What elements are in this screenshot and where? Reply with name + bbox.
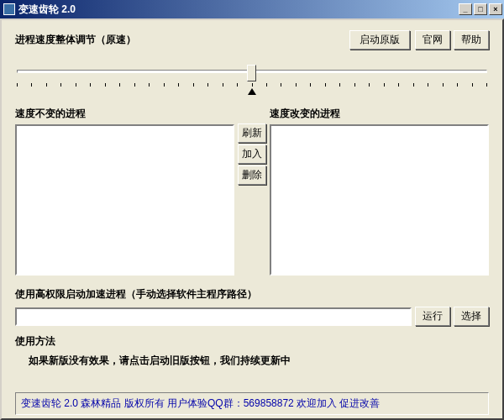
slider-ticks	[17, 83, 487, 87]
help-button[interactable]: 帮助	[454, 30, 489, 50]
unchanged-list-label: 速度不变的进程	[15, 107, 234, 121]
changed-process-list[interactable]	[270, 124, 489, 276]
minimize-button[interactable]: _	[459, 3, 472, 15]
usage-title: 使用方法	[15, 334, 489, 349]
changed-list-label: 速度改变的进程	[270, 107, 489, 121]
slider-thumb[interactable]	[247, 65, 256, 81]
status-footer: 变速齿轮 2.0 森林精品 版权所有 用户体验QQ群：569858872 欢迎加…	[15, 392, 489, 415]
add-button[interactable]: 加入	[238, 144, 266, 164]
window-title: 变速齿轮 2.0	[18, 3, 459, 17]
remove-button[interactable]: 删除	[238, 165, 266, 185]
unchanged-process-list[interactable]	[15, 124, 234, 276]
usage-body: 如果新版没有效果，请点击启动旧版按钮，我们持续更新中	[15, 354, 489, 368]
refresh-button[interactable]: 刷新	[238, 123, 266, 143]
path-section-label: 使用高权限启动加速进程（手动选择软件主程序路径）	[15, 287, 489, 302]
titlebar: 变速齿轮 2.0 _ □ ×	[0, 0, 504, 18]
close-button[interactable]: ×	[489, 3, 502, 15]
program-path-input[interactable]	[15, 307, 412, 326]
run-button[interactable]: 运行	[415, 307, 450, 326]
app-icon	[3, 3, 15, 15]
select-button[interactable]: 选择	[454, 307, 489, 326]
launch-original-button[interactable]: 启动原版	[349, 30, 410, 50]
speed-slider[interactable]	[17, 63, 487, 88]
client-area: 进程速度整体调节（原速） 启动原版 官网 帮助 速度不变的进程 刷新 加入 删除…	[0, 18, 504, 420]
slider-label: 进程速度整体调节（原速）	[15, 33, 136, 47]
center-marker-icon	[248, 88, 256, 95]
official-site-button[interactable]: 官网	[415, 30, 450, 50]
maximize-button[interactable]: □	[474, 3, 487, 15]
